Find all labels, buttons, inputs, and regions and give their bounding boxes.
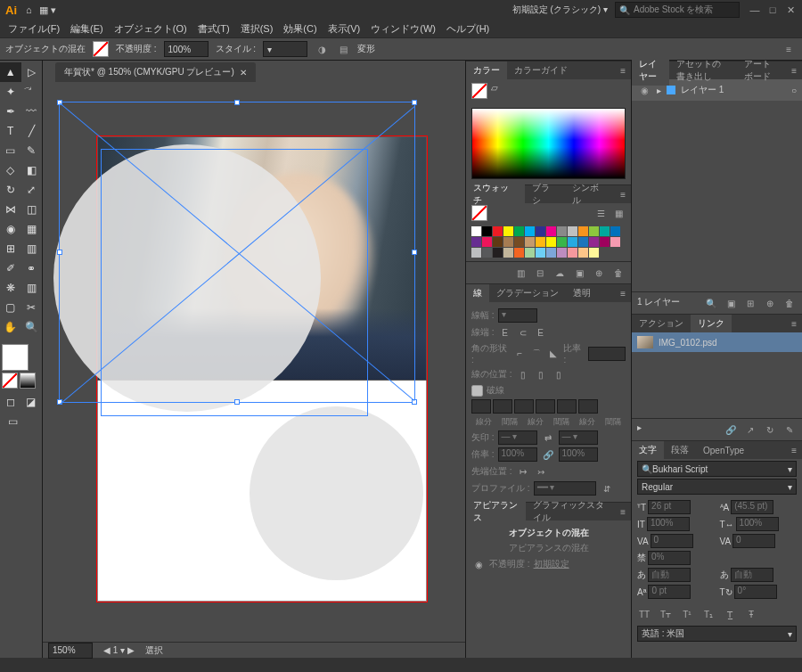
- arrow-scale-start[interactable]: 100%: [498, 447, 537, 462]
- menu-type[interactable]: 書式(T): [193, 20, 234, 37]
- corner-bevel-icon[interactable]: ◣: [547, 347, 561, 361]
- direct-selection-tool[interactable]: ▷: [21, 62, 43, 82]
- swatch[interactable]: [514, 248, 524, 258]
- swatch[interactable]: [482, 226, 492, 236]
- menu-edit[interactable]: 編集(E): [66, 20, 108, 37]
- tab-asset-export[interactable]: アセットの書き出し: [669, 55, 736, 86]
- aki-left-input[interactable]: 自動: [648, 568, 691, 582]
- swatch[interactable]: [514, 226, 524, 236]
- swatch[interactable]: [589, 237, 599, 247]
- miter-limit-input[interactable]: [588, 347, 626, 361]
- links-panel-menu-icon[interactable]: ≡: [786, 319, 802, 329]
- cap-round-icon[interactable]: ⊂: [516, 325, 530, 340]
- menu-select[interactable]: 選択(S): [236, 20, 278, 37]
- recolor-icon[interactable]: ◑: [315, 42, 329, 56]
- maximize-button[interactable]: □: [765, 4, 781, 16]
- tab-gradient[interactable]: グラデーション: [489, 284, 566, 302]
- underline-icon[interactable]: T̲: [723, 607, 737, 621]
- swatch[interactable]: [600, 226, 610, 236]
- minimize-button[interactable]: —: [747, 4, 763, 16]
- swatch-list-view-icon[interactable]: ☰: [593, 206, 608, 220]
- perspective-tool[interactable]: ▦: [21, 219, 43, 239]
- tracking-input[interactable]: 0: [732, 534, 775, 548]
- swatch[interactable]: [610, 237, 620, 247]
- edit-original-icon[interactable]: ✎: [782, 422, 797, 437]
- shape-builder-tool[interactable]: ◉: [0, 219, 21, 239]
- relink-icon[interactable]: 🔗: [724, 422, 738, 437]
- magic-wand-tool[interactable]: ✦: [0, 82, 21, 102]
- color-none-icon[interactable]: ▱: [491, 83, 503, 95]
- fill-swatch[interactable]: [93, 41, 109, 57]
- visibility-icon[interactable]: ◉: [471, 557, 486, 571]
- ellipse-large[interactable]: [53, 144, 321, 412]
- gap3-input[interactable]: [578, 399, 598, 414]
- stroke-weight-input[interactable]: ▾: [498, 308, 537, 323]
- strikethrough-icon[interactable]: Ŧ: [744, 607, 758, 621]
- document-tab[interactable]: 年賀状* @ 150% (CMYK/GPU プレビュー) ✕: [55, 62, 256, 82]
- tab-links[interactable]: リンク: [691, 315, 732, 332]
- appearance-opacity-value[interactable]: 初期設定: [534, 558, 569, 570]
- transform-label[interactable]: 変形: [357, 43, 375, 55]
- goto-link-icon[interactable]: ↗: [743, 422, 757, 437]
- tab-brushes[interactable]: ブラシ: [525, 179, 566, 209]
- canvas[interactable]: [43, 82, 465, 642]
- arrow-end-dropdown[interactable]: — ▾: [559, 430, 598, 445]
- curvature-tool[interactable]: 〰: [21, 102, 43, 121]
- swatch[interactable]: [503, 248, 513, 258]
- font-style-dropdown[interactable]: Regular▾: [637, 479, 797, 495]
- swatch[interactable]: [546, 248, 556, 258]
- vscale-input[interactable]: 100%: [647, 517, 690, 531]
- arrow-align2-icon[interactable]: ↣: [534, 464, 548, 479]
- width-tool[interactable]: ⋈: [0, 200, 21, 219]
- swatch[interactable]: [536, 226, 545, 236]
- swatch[interactable]: [471, 237, 481, 247]
- stroke-panel-menu-icon[interactable]: ≡: [615, 289, 631, 299]
- hscale-input[interactable]: 100%: [736, 517, 779, 531]
- link-scale-icon[interactable]: 🔗: [541, 447, 555, 462]
- rotate-tool[interactable]: ↻: [0, 180, 21, 200]
- close-button[interactable]: ✕: [782, 4, 798, 16]
- corner-round-icon[interactable]: ⌒: [530, 347, 544, 361]
- cap-butt-icon[interactable]: E: [498, 325, 512, 340]
- swatch-grid-view-icon[interactable]: ▦: [611, 206, 626, 220]
- opacity-input[interactable]: 100%: [164, 41, 209, 57]
- swatch[interactable]: [525, 226, 535, 236]
- cap-projecting-icon[interactable]: E: [534, 325, 548, 340]
- aki-right-input[interactable]: 自動: [731, 568, 773, 582]
- graph-tool[interactable]: ▥: [21, 278, 43, 298]
- dash1-input[interactable]: [471, 399, 491, 414]
- swatch-cloud-icon[interactable]: ☁: [552, 266, 567, 280]
- layer-target-icon[interactable]: ○: [791, 86, 797, 95]
- profile-dropdown[interactable]: ━━ ▾: [534, 481, 596, 496]
- align-inside-icon[interactable]: ▯: [534, 367, 548, 381]
- menu-view[interactable]: 表示(V): [323, 20, 365, 37]
- home-icon[interactable]: ⌂: [26, 4, 32, 15]
- tab-character[interactable]: 文字: [632, 441, 664, 459]
- subscript-icon[interactable]: T₁: [701, 607, 716, 621]
- tab-actions[interactable]: アクション: [632, 315, 691, 332]
- locate-layer-icon[interactable]: 🔍: [704, 296, 718, 310]
- close-tab-icon[interactable]: ✕: [240, 68, 247, 78]
- swatch-delete-icon[interactable]: 🗑: [611, 266, 626, 280]
- swatch[interactable]: [568, 237, 577, 247]
- gradient-tool[interactable]: ▥: [21, 239, 43, 258]
- align-icon[interactable]: ▤: [336, 42, 350, 56]
- tab-opentype[interactable]: OpenType: [696, 443, 751, 458]
- artboard-nav[interactable]: ◀ 1 ▾ ▶: [103, 645, 135, 655]
- link-expand-icon[interactable]: ▸: [637, 422, 642, 437]
- align-center-icon[interactable]: ▯: [516, 367, 530, 381]
- baseline-shift-input[interactable]: 0 pt: [648, 585, 691, 599]
- language-dropdown[interactable]: 英語 : 米国▾: [637, 626, 797, 642]
- kerning-input[interactable]: 0: [651, 534, 693, 548]
- layer-expand-icon[interactable]: ▸: [657, 86, 661, 95]
- menu-object[interactable]: オブジェクト(O): [110, 20, 192, 37]
- swatch-new-icon[interactable]: ⊕: [592, 266, 606, 280]
- tab-graphic-styles[interactable]: グラフィックスタイル: [526, 496, 615, 527]
- swatch[interactable]: [568, 226, 577, 236]
- slice-tool[interactable]: ✂: [21, 298, 43, 317]
- eyedropper-tool[interactable]: ✐: [0, 258, 21, 278]
- tab-artboards[interactable]: アートボード: [737, 55, 787, 86]
- allcaps-icon[interactable]: TT: [637, 607, 651, 621]
- draw-behind-icon[interactable]: ◪: [22, 392, 41, 412]
- symbol-sprayer-tool[interactable]: ❋: [0, 278, 21, 298]
